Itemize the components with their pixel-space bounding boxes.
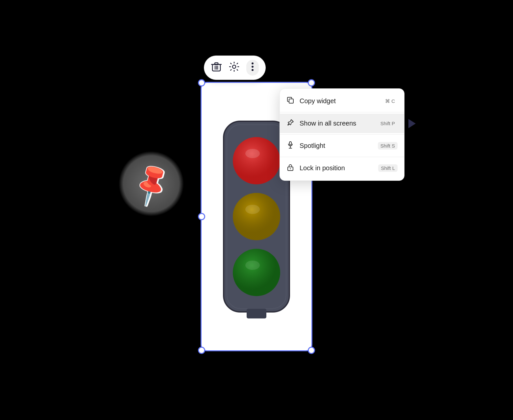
svg-point-7: [245, 205, 260, 214]
copy-icon: [286, 97, 294, 105]
context-menu: Copy widget ⌘ C Show in all screens Shif…: [280, 88, 404, 181]
svg-rect-23: [289, 142, 291, 145]
pin-icon: 📌: [127, 160, 176, 208]
svg-point-20: [252, 66, 254, 68]
svg-point-6: [233, 193, 280, 240]
lock-position-shortcut: Shift L: [378, 164, 398, 172]
settings-icon[interactable]: [229, 61, 240, 75]
lock-position-label: Lock in position: [300, 164, 373, 172]
svg-point-18: [232, 65, 236, 68]
handle-top-right[interactable]: [308, 79, 315, 86]
show-all-screens-label: Show in all screens: [300, 120, 373, 127]
menu-divider-3: [280, 157, 404, 157]
lock-icon: [286, 164, 294, 173]
handle-top-left[interactable]: [198, 79, 205, 86]
handle-bottom-right[interactable]: [308, 347, 315, 354]
menu-item-show-all-screens[interactable]: Show in all screens Shift P: [280, 114, 404, 133]
handle-middle-left[interactable]: [198, 213, 205, 220]
svg-rect-22: [289, 99, 293, 103]
cursor-indicator: [408, 119, 416, 128]
show-all-screens-shortcut: Shift P: [378, 120, 398, 127]
pin-menu-icon: [286, 119, 294, 128]
menu-divider-1: [280, 112, 404, 112]
spotlight-shortcut: Shift S: [378, 142, 398, 150]
menu-item-spotlight[interactable]: Spotlight Shift S: [280, 136, 404, 155]
pin-sticker: 📌: [118, 151, 184, 217]
svg-rect-14: [215, 63, 218, 65]
spotlight-icon: [286, 141, 294, 150]
copy-widget-shortcut: ⌘ C: [382, 97, 398, 105]
handle-bottom-left[interactable]: [198, 347, 205, 354]
svg-point-4: [245, 149, 260, 158]
spotlight-label: Spotlight: [300, 142, 373, 150]
svg-point-10: [245, 261, 260, 270]
svg-point-9: [233, 249, 280, 296]
svg-rect-11: [247, 309, 266, 318]
menu-divider-2: [280, 134, 404, 135]
svg-point-3: [233, 137, 280, 184]
more-options-button[interactable]: [246, 60, 259, 76]
menu-item-lock-position[interactable]: Lock in position Shift L: [280, 158, 404, 178]
scene: 📌: [109, 46, 404, 374]
svg-point-19: [252, 62, 254, 64]
toolbar-pill: [204, 56, 266, 80]
delete-icon[interactable]: [211, 61, 222, 75]
svg-point-21: [252, 69, 254, 71]
menu-item-copy-widget[interactable]: Copy widget ⌘ C: [280, 91, 404, 111]
svg-point-27: [290, 168, 291, 169]
copy-widget-label: Copy widget: [300, 97, 377, 105]
